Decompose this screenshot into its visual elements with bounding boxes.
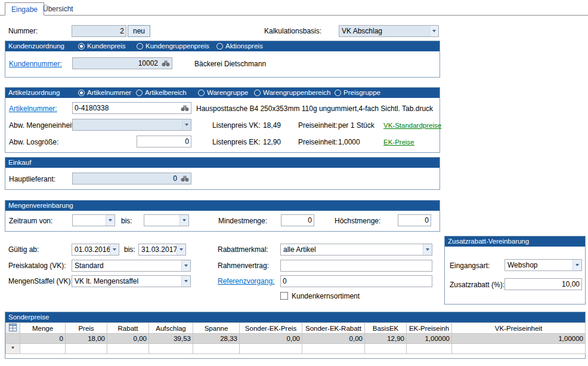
preiskatalog-label: Preiskatalog (VK): <box>8 262 66 270</box>
gueltig-bis-select[interactable]: 31.03.2017 <box>138 244 186 256</box>
vk-standardpreise-link[interactable]: VK-Standardpreise <box>383 122 441 129</box>
cell-empty[interactable] <box>66 344 107 354</box>
cell-empty[interactable] <box>365 344 407 354</box>
mindestmenge-input[interactable] <box>281 214 314 226</box>
table-row[interactable]: 0 18,00 0,00 39,53 28,33 0,00 0,00 12,90… <box>6 334 586 344</box>
cell-empty[interactable] <box>20 344 66 354</box>
radio-icon <box>254 90 261 96</box>
zusatzrabatt-title: Zusatzrabatt-Vereinbarung <box>448 238 529 245</box>
gueltig-bis-label: bis: <box>124 245 135 254</box>
kundenkernsortiment-checkbox[interactable] <box>280 292 288 300</box>
chevron-down-icon <box>423 244 432 255</box>
binoculars-icon[interactable] <box>179 173 191 184</box>
gueltig-ab-select[interactable]: 01.03.2016 <box>72 244 119 256</box>
cell-basisek[interactable]: 12,90 <box>365 334 407 344</box>
cell-aufschlag[interactable]: 39,53 <box>149 334 193 344</box>
cell-empty[interactable] <box>302 344 365 354</box>
column-header-preis[interactable]: Preis <box>66 323 107 334</box>
column-header-vk-preiseinheit[interactable]: VK-Preiseinheit <box>452 323 586 334</box>
column-header-menge[interactable]: Menge <box>20 323 66 334</box>
row-marker-cell[interactable] <box>6 334 20 344</box>
column-header-ek-preiseinh[interactable]: EK-Preiseinh <box>407 323 452 334</box>
column-header-basisek[interactable]: BasisEK <box>365 323 407 334</box>
radio-kundenpreis[interactable]: Kundenpreis <box>78 42 126 50</box>
ek-preise-link[interactable]: EK-Preise <box>383 139 414 146</box>
kundennummer-input[interactable] <box>73 58 160 69</box>
radio-icon <box>198 90 205 96</box>
radio-icon <box>136 90 143 96</box>
abw-mengeneinheit-label: Abw. Mengeneinheit: <box>9 121 75 130</box>
column-header-aufschlag[interactable]: Aufschlag <box>149 323 193 334</box>
binoculars-icon[interactable] <box>179 103 191 113</box>
neu-button[interactable]: neu <box>128 25 150 37</box>
kalkulationsbasis-select[interactable]: VK Abschlag <box>339 25 439 37</box>
gueltig-ab-value: 01.03.2016 <box>72 244 110 255</box>
radio-warengruppenbereich[interactable]: Warengruppenbereich <box>254 89 330 96</box>
referenzvorgang-input[interactable] <box>280 275 432 287</box>
radio-artikelbereich[interactable]: Artikelbereich <box>136 89 187 96</box>
cell-preis[interactable]: 18,00 <box>66 334 107 344</box>
radio-warengruppe[interactable]: Warengruppe <box>198 89 248 96</box>
radio-icon <box>78 90 85 96</box>
cell-menge[interactable]: 0 <box>20 334 66 344</box>
radio-icon <box>216 43 223 50</box>
radio-preisgruppe-label: Preisgruppe <box>343 89 380 96</box>
cell-empty[interactable] <box>149 344 193 354</box>
rahmenvertrag-label: Rahmenvertrag: <box>218 262 269 270</box>
eingangsart-select[interactable]: Webshop <box>505 259 582 271</box>
radio-aktionspreis[interactable]: Aktionspreis <box>216 42 263 50</box>
radio-icon <box>78 43 85 50</box>
cell-empty[interactable] <box>407 344 452 354</box>
radio-kundengruppenpreis[interactable]: Kundengruppenpreis <box>137 42 209 50</box>
cell-sonder-ek-rabatt[interactable]: 0,00 <box>302 334 365 344</box>
zeitraum-bis-select[interactable] <box>144 214 189 226</box>
hoechstmenge-input[interactable] <box>398 214 431 226</box>
nummer-input[interactable] <box>72 25 126 37</box>
chevron-down-icon <box>182 119 191 130</box>
zeitraum-von-value <box>73 215 106 226</box>
artikelnummer-input[interactable] <box>73 103 179 113</box>
preiskatalog-select[interactable]: Standard <box>72 260 191 272</box>
radio-icon <box>335 90 341 96</box>
rabattmerkmal-select[interactable]: alle Artikel <box>280 244 432 256</box>
artikelzuordnung-title: Artikelzuordnung <box>8 89 60 96</box>
tab-uebersicht-label: Übersicht <box>43 5 73 13</box>
mengenstaffel-value: VK lt. Mengenstaffel <box>72 276 181 287</box>
zeitraum-von-select[interactable] <box>72 214 115 226</box>
einkauf-title: Einkauf <box>8 159 31 166</box>
cell-empty[interactable] <box>452 344 586 354</box>
gueltig-bis-value: 31.03.2017 <box>139 244 177 255</box>
grid-selector-cell[interactable] <box>6 323 20 334</box>
hoechstmenge-label: Höchstmenge: <box>335 217 380 225</box>
column-header-sonder-ek-preis[interactable]: Sonder-EK-Preis <box>240 323 302 334</box>
column-header-sonder-ek-rabatt[interactable]: Sonder-EK-Rabatt <box>302 323 365 334</box>
chevron-down-icon <box>181 276 190 287</box>
cell-rabatt[interactable]: 0,00 <box>107 334 149 344</box>
cell-empty[interactable] <box>107 344 149 354</box>
cell-sonder-ek-preis[interactable]: 0,00 <box>240 334 302 344</box>
rahmenvertrag-input[interactable] <box>280 260 432 272</box>
column-header-spanne[interactable]: Spanne <box>193 323 240 334</box>
abw-losgroesse-input[interactable] <box>137 136 191 147</box>
kundennummer-link[interactable]: Kundennummer: <box>9 60 62 68</box>
abw-mengeneinheit-select[interactable] <box>72 119 191 131</box>
referenzvorgang-link[interactable]: Referenzvorgang: <box>218 277 274 285</box>
cell-vk-preiseinheit[interactable]: 1,00000 <box>452 334 586 344</box>
cell-ek-preiseinh[interactable]: 1,00000 <box>407 334 452 344</box>
artikelnummer-link[interactable]: Artikelnummer: <box>9 104 57 113</box>
cell-empty[interactable] <box>193 344 240 354</box>
cell-spanne[interactable]: 28,33 <box>193 334 240 344</box>
radio-preisgruppe[interactable]: Preisgruppe <box>335 89 380 96</box>
radio-artikelnummer[interactable]: Artikelnummer <box>78 89 131 96</box>
table-header-row: Menge Preis Rabatt Aufschlag Spanne Sond… <box>6 323 586 334</box>
column-header-rabatt[interactable]: Rabatt <box>107 323 149 334</box>
preiseinheit-ek-label: Preiseinheit: <box>298 138 338 146</box>
tab-uebersicht[interactable]: Übersicht <box>37 2 79 16</box>
hauptlieferant-input[interactable] <box>73 173 179 184</box>
cell-empty[interactable] <box>240 344 302 354</box>
table-new-row[interactable]: * <box>6 344 586 354</box>
zusatzrabatt-input[interactable] <box>505 278 582 290</box>
mengenstaffel-select[interactable]: VK lt. Mengenstaffel <box>72 275 191 287</box>
chevron-down-icon <box>572 260 581 270</box>
binoculars-icon[interactable] <box>160 58 172 69</box>
